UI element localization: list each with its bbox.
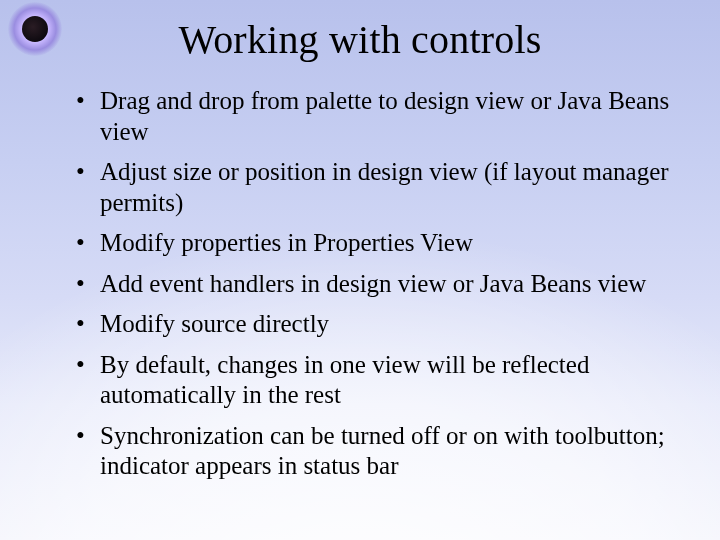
slide: Working with controls Drag and drop from… bbox=[0, 0, 720, 540]
slide-body: Drag and drop from palette to design vie… bbox=[76, 86, 676, 492]
list-item: Adjust size or position in design view (… bbox=[76, 157, 676, 218]
bullet-text: Drag and drop from palette to design vie… bbox=[100, 87, 669, 145]
slide-title: Working with controls bbox=[0, 16, 720, 63]
list-item: Add event handlers in design view or Jav… bbox=[76, 269, 676, 300]
bullet-text: Add event handlers in design view or Jav… bbox=[100, 270, 646, 297]
bullet-list: Drag and drop from palette to design vie… bbox=[76, 86, 676, 482]
bullet-text: Modify source directly bbox=[100, 310, 329, 337]
bullet-text: Synchronization can be turned off or on … bbox=[100, 422, 665, 480]
list-item: By default, changes in one view will be … bbox=[76, 350, 676, 411]
bullet-text: Modify properties in Properties View bbox=[100, 229, 473, 256]
list-item: Modify properties in Properties View bbox=[76, 228, 676, 259]
bullet-text: Adjust size or position in design view (… bbox=[100, 158, 669, 216]
bullet-text: By default, changes in one view will be … bbox=[100, 351, 589, 409]
list-item: Synchronization can be turned off or on … bbox=[76, 421, 676, 482]
list-item: Modify source directly bbox=[76, 309, 676, 340]
list-item: Drag and drop from palette to design vie… bbox=[76, 86, 676, 147]
